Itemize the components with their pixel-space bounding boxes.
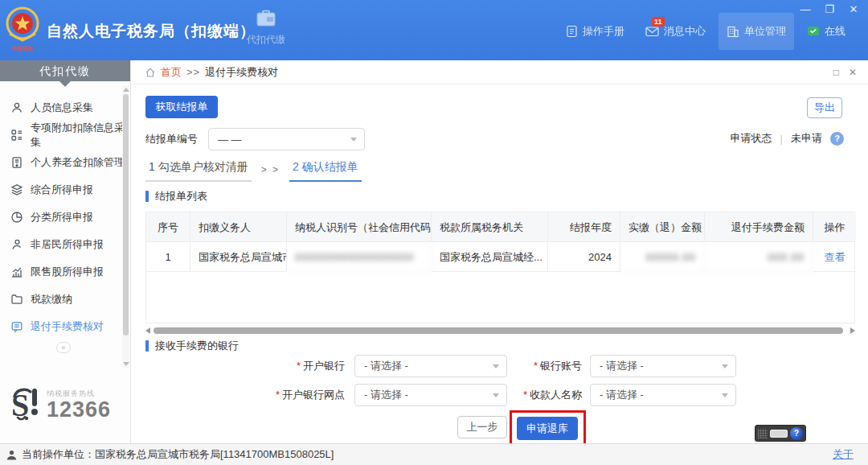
- table-horizontal-scrollbar[interactable]: [145, 327, 855, 335]
- nav-label: 单位管理: [744, 24, 786, 39]
- message-badge: 11: [652, 17, 665, 27]
- online-chat-icon: [807, 26, 820, 38]
- about-link[interactable]: 关于: [833, 447, 854, 462]
- document-lines-icon: [10, 320, 23, 333]
- step-tabs: 1 勾选单户核对清册 > > 2 确认结报单: [145, 160, 362, 182]
- widget-button[interactable]: [770, 430, 788, 438]
- sidebar-item-pension-deduction[interactable]: 个人养老金扣除管理: [0, 149, 130, 176]
- sidebar-item-label: 退付手续费核对: [31, 319, 104, 334]
- export-button[interactable]: 导出: [807, 97, 842, 118]
- user-icon: [6, 450, 17, 460]
- sidebar-item-label: 人员信息采集: [31, 101, 93, 115]
- sidebar-item-label: 分类所得申报: [31, 210, 93, 224]
- close-button[interactable]: ✕: [847, 3, 860, 15]
- titlebar: 中国税务 自然人电子税务局（扣缴端） 代扣代缴 操作手册: [0, 0, 868, 60]
- scroll-right-icon[interactable]: [850, 327, 855, 334]
- home-icon: [145, 67, 156, 78]
- payee-name-label: *收款人名称: [502, 384, 582, 406]
- help-question-icon[interactable]: ?: [830, 132, 844, 146]
- breadcrumb-current: 退付手续费核对: [205, 65, 278, 80]
- step-1-tab[interactable]: 1 勾选单户核对清册: [145, 160, 252, 182]
- sidebar-item-nonresident-income[interactable]: 非居民所得申报: [0, 231, 130, 258]
- scrollbar-thumb[interactable]: [123, 94, 129, 335]
- inner-close-button[interactable]: ✕: [849, 67, 857, 78]
- col-header-paid-amount: 实缴（退）金额: [620, 212, 705, 242]
- status-value: 未申请: [791, 131, 822, 146]
- sidebar-scrollbar[interactable]: [122, 86, 129, 368]
- sidebar-item-label: 税款缴纳: [31, 292, 72, 307]
- required-asterisk: *: [534, 360, 538, 372]
- field-label: 收款人名称: [530, 389, 582, 401]
- minimize-button[interactable]: —: [799, 3, 812, 15]
- select-value: - 请选择 -: [600, 359, 644, 373]
- help-sphere-icon[interactable]: ?: [790, 427, 803, 440]
- scroll-left-icon[interactable]: [145, 327, 150, 334]
- pension-document-icon: [10, 156, 23, 169]
- sidebar-item-special-deduction[interactable]: 专项附加扣除信息采集: [0, 121, 130, 149]
- col-header-agent: 扣缴义务人: [190, 212, 287, 242]
- apply-refund-button[interactable]: 申请退库: [517, 417, 578, 440]
- report-table: 序号 扣缴义务人 纳税人识别号（社会信用代码） 税款所属税务机关 结报年度 实缴…: [145, 212, 855, 323]
- required-asterisk: *: [523, 389, 527, 401]
- sidebar-item-refund-fee-check[interactable]: 退付手续费核对: [0, 313, 130, 340]
- statusbar: 当前操作单位：国家税务总局宣城市税务局[11341700MB1508025L] …: [0, 443, 868, 465]
- nav-unit-management[interactable]: 单位管理: [719, 13, 794, 50]
- person-icon: [10, 101, 23, 114]
- scroll-down-icon[interactable]: [123, 362, 129, 366]
- sidebar-item-classified-income[interactable]: 分类所得申报: [0, 204, 130, 231]
- select-value: - 请选择 -: [364, 359, 408, 373]
- col-header-year: 结报年度: [548, 212, 620, 242]
- bank-branch-label: *开户银行网点: [220, 384, 345, 406]
- person-outline-icon: [10, 238, 23, 251]
- report-no-select[interactable]: — —: [208, 128, 365, 150]
- col-header-authority: 税款所属税务机关: [432, 212, 548, 242]
- top-nav: 操作手册 11 消息中心 单位管理: [566, 24, 845, 39]
- window-controls: — ❐ ✕: [799, 3, 860, 15]
- sidebar-item-personnel-info[interactable]: 人员信息采集: [0, 94, 130, 121]
- scrollbar-thumb[interactable]: [154, 327, 843, 334]
- sidebar-menu: 人员信息采集 专项附加扣除信息采集 个人养老金扣除管理: [0, 81, 130, 340]
- breadcrumb-separator: >>: [186, 66, 200, 78]
- fetch-report-button[interactable]: 获取结报单: [145, 96, 218, 118]
- step-2-tab[interactable]: 2 确认结报单: [289, 160, 362, 182]
- nav-operation-manual[interactable]: 操作手册: [566, 24, 624, 39]
- breadcrumb-home-link[interactable]: 首页: [161, 65, 182, 80]
- nav-label: 在线: [825, 24, 845, 39]
- nav-online[interactable]: 在线: [807, 24, 845, 39]
- bank-name-select[interactable]: - 请选择 -: [354, 355, 507, 377]
- chevron-down-icon: [722, 364, 728, 368]
- view-link[interactable]: 查看: [813, 242, 856, 272]
- tab-withholding[interactable]: 代扣代缴: [238, 10, 294, 47]
- floating-help-widget[interactable]: ?: [755, 425, 806, 442]
- bank-account-select[interactable]: - 请选择 -: [590, 355, 736, 377]
- nav-message-center[interactable]: 11 消息中心: [645, 24, 706, 39]
- col-header-taxpayer-id: 纳税人识别号（社会信用代码）: [287, 212, 432, 242]
- sidebar-item-restricted-shares[interactable]: 限售股所得申报: [0, 258, 130, 286]
- sidebar: 代扣代缴 人员信息采集 专项附加扣除信息采集: [0, 60, 131, 443]
- inner-tab-controls: □ ✕: [833, 67, 857, 78]
- document-icon: [566, 25, 578, 38]
- sidebar-header-notch: [59, 81, 71, 87]
- application-status: 申请状态 | 未申请 ?: [731, 131, 844, 146]
- sidebar-collapse-button[interactable]: «: [56, 342, 71, 353]
- sidebar-item-tax-payment[interactable]: 税款缴纳: [0, 286, 130, 313]
- previous-step-button[interactable]: 上一步: [457, 416, 507, 438]
- sidebar-item-comprehensive-income[interactable]: 综合所得申报: [0, 176, 130, 204]
- main-content: 首页 >> 退付手续费核对 □ ✕ 获取结报单 导出 结报单编号 — — 申请状…: [132, 60, 868, 443]
- scroll-up-icon[interactable]: [123, 88, 129, 92]
- report-no-label: 结报单编号: [145, 132, 198, 146]
- restore-button[interactable]: ❐: [823, 3, 836, 15]
- hotline-label: 纳税服务热线: [47, 390, 111, 398]
- inner-restore-button[interactable]: □: [833, 67, 839, 78]
- field-label: 开户银行: [303, 360, 345, 372]
- col-header-action: 操作: [813, 212, 856, 242]
- current-unit-text: 当前操作单位：国家税务总局宣城市税务局[11341700MB1508025L]: [22, 447, 334, 462]
- bank-branch-select[interactable]: - 请选择 -: [354, 384, 507, 406]
- step-separator: > >: [261, 164, 280, 182]
- table-row: 1 国家税务总局宣城市... 888888888888888888 国家税务总局…: [146, 242, 854, 272]
- section-label: 接收手续费的银行: [155, 339, 239, 353]
- sidebar-header: 代扣代缴: [0, 60, 130, 81]
- col-header-seq: 序号: [146, 212, 190, 242]
- grip-dots-icon: [758, 429, 768, 438]
- payee-name-select[interactable]: - 请选择 -: [590, 384, 736, 406]
